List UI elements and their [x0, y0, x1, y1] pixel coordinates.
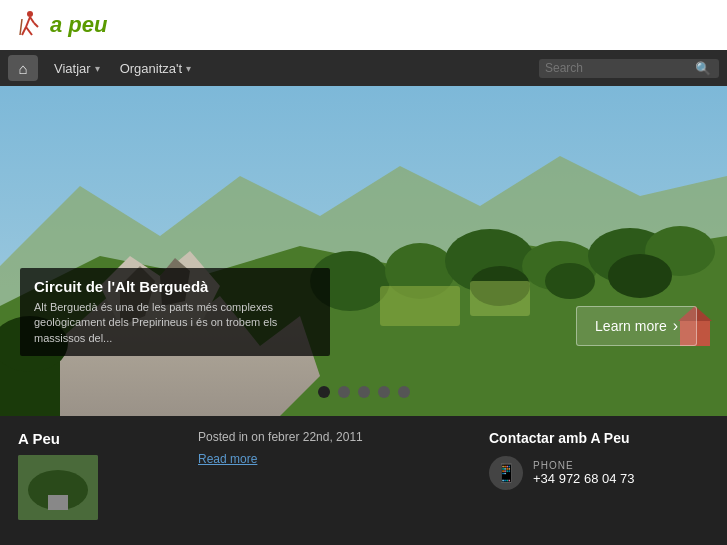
- apeu-thumbnail: [18, 455, 98, 520]
- svg-point-22: [608, 254, 672, 298]
- chevron-down-icon: ▾: [186, 63, 191, 74]
- svg-rect-24: [470, 281, 530, 316]
- svg-line-4: [30, 17, 34, 23]
- svg-rect-31: [48, 495, 68, 510]
- svg-line-2: [22, 27, 26, 35]
- slideshow-dots: [318, 386, 410, 398]
- post-date: Posted in on febrer 22nd, 2011: [198, 430, 489, 444]
- svg-rect-23: [380, 286, 460, 326]
- bottom-section: A Peu Posted in on febrer 22nd, 2011 Rea…: [0, 416, 727, 545]
- logo-bar: a peu: [0, 0, 727, 50]
- svg-line-5: [34, 23, 38, 27]
- apeu-title: A Peu: [18, 430, 178, 447]
- contact-title: Contactar amb A Peu: [489, 430, 709, 446]
- phone-info: PHONE +34 972 68 04 73: [533, 460, 635, 486]
- search-area[interactable]: 🔍: [539, 59, 719, 78]
- search-input[interactable]: [545, 61, 695, 75]
- read-more-link[interactable]: Read more: [198, 452, 257, 466]
- caption-text: Alt Berguedà és una de les parts més com…: [34, 300, 316, 346]
- phone-icon-wrap: 📱: [489, 456, 523, 490]
- search-icon: 🔍: [695, 61, 711, 76]
- logo-icon: [10, 7, 46, 43]
- nav-item-viatjar[interactable]: Viatjar ▾: [44, 57, 110, 80]
- logo-area[interactable]: a peu: [10, 7, 107, 43]
- dot-1[interactable]: [318, 386, 330, 398]
- caption-box: Circuit de l'Alt Berguedà Alt Berguedà é…: [20, 268, 330, 356]
- chevron-down-icon: ▾: [95, 63, 100, 74]
- home-button[interactable]: ⌂: [8, 55, 38, 81]
- dot-4[interactable]: [378, 386, 390, 398]
- svg-point-0: [27, 11, 33, 17]
- slideshow: Circuit de l'Alt Berguedà Alt Berguedà é…: [0, 86, 727, 416]
- navbar: ⌂ Viatjar ▾ Organitza't ▾ 🔍: [0, 50, 727, 86]
- svg-line-3: [26, 27, 32, 35]
- bottom-post-block: Posted in on febrer 22nd, 2011 Read more: [178, 430, 489, 531]
- slideshow-image: [0, 86, 727, 416]
- nav-viatjar-label: Viatjar: [54, 61, 91, 76]
- svg-line-1: [26, 17, 30, 27]
- nav-organitzat-label: Organitza't: [120, 61, 182, 76]
- learn-more-label: Learn more: [595, 318, 667, 334]
- dot-2[interactable]: [338, 386, 350, 398]
- dot-3[interactable]: [358, 386, 370, 398]
- contact-phone-row: 📱 PHONE +34 972 68 04 73: [489, 456, 709, 490]
- phone-number: +34 972 68 04 73: [533, 471, 635, 486]
- learn-more-button[interactable]: Learn more ›: [576, 306, 697, 346]
- home-icon: ⌂: [18, 60, 27, 77]
- bottom-contact-block: Contactar amb A Peu 📱 PHONE +34 972 68 0…: [489, 430, 709, 531]
- svg-line-6: [20, 19, 22, 35]
- chevron-right-icon: ›: [673, 317, 678, 335]
- phone-label: PHONE: [533, 460, 635, 471]
- dot-5[interactable]: [398, 386, 410, 398]
- phone-icon: 📱: [495, 462, 517, 484]
- svg-point-21: [545, 263, 595, 299]
- logo-text: a peu: [50, 12, 107, 38]
- bottom-apeu-block: A Peu: [18, 430, 178, 531]
- apeu-thumb-image: [18, 455, 98, 520]
- caption-title: Circuit de l'Alt Berguedà: [34, 278, 316, 295]
- nav-item-organitzat[interactable]: Organitza't ▾: [110, 57, 201, 80]
